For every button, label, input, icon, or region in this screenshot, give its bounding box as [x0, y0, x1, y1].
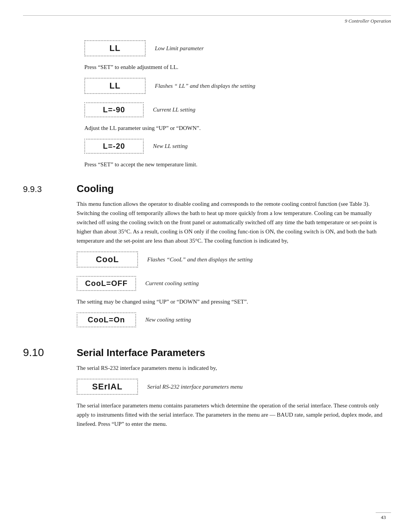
ll-display-box-4: L=-20: [84, 139, 144, 154]
section-910-content: The serial RS-232 interface parameters m…: [77, 363, 391, 429]
cool-display-row-3: CooL=On New cooling setting: [77, 310, 391, 330]
cool-display-box-1: CooL: [77, 251, 138, 268]
ll-caption-1: Low Limit parameter: [155, 45, 204, 52]
ll-display-box-1: LL: [84, 40, 146, 56]
page-number: 43: [376, 512, 391, 521]
section-910-title: Serial Interface Parameters: [77, 347, 205, 359]
ll-display-box-3: L=-90: [84, 102, 144, 117]
page-header: 9 Controller Operation: [23, 15, 391, 26]
cool-display-box-3: CooL=On: [77, 312, 136, 327]
serial-body1: The serial interface parameters menu con…: [77, 401, 391, 429]
cooling-body1: This menu function allows the operator t…: [77, 199, 391, 245]
section-993-heading: 9.9.3 Cooling: [23, 183, 391, 195]
serial-display-box-1: SErIAL: [77, 379, 138, 395]
cool-change-text: The setting may be changed using “UP” or…: [77, 297, 391, 306]
page-container: 9 Controller Operation LL Low Limit para…: [0, 0, 414, 532]
ll-display-row-4: L=-20 New LL setting: [84, 136, 368, 156]
press-set-text: Press “SET” to enable adjustment of LL.: [84, 62, 368, 72]
ll-caption-4: New LL setting: [153, 143, 188, 149]
ll-caption-2: Flashes “ LL” and then displays the sett…: [155, 83, 255, 89]
section-993-number: 9.9.3: [23, 184, 77, 194]
cool-display-row-2: CooL=OFF Current cooling setting: [77, 274, 391, 293]
cool-caption-1: Flashes “CooL” and then displays the set…: [147, 256, 253, 263]
adjust-text: Adjust the LL parameter using “UP” or “D…: [84, 123, 368, 133]
ll-section-content: LL Low Limit parameter Press “SET” to en…: [84, 38, 368, 169]
section-993-title: Cooling: [77, 183, 114, 195]
serial-caption-1: Serial RS-232 interface parameters menu: [147, 384, 243, 390]
cool-display-box-2: CooL=OFF: [77, 276, 136, 291]
header-text: 9 Controller Operation: [345, 18, 391, 24]
section-910-number: 9.10: [23, 346, 77, 359]
cool-display-row-1: CooL Flashes “CooL” and then displays th…: [77, 249, 391, 270]
section-993-content: This menu function allows the operator t…: [77, 199, 391, 330]
ll-caption-3: Current LL setting: [153, 107, 196, 113]
cool-caption-2: Current cooling setting: [145, 280, 199, 287]
ll-display-box-2: LL: [84, 78, 146, 94]
ll-display-row-3: L=-90 Current LL setting: [84, 100, 368, 120]
accept-text: Press “SET” to accept the new temperatur…: [84, 160, 368, 169]
section-910-heading: 9.10 Serial Interface Parameters: [23, 346, 391, 359]
serial-display-row-1: SErIAL Serial RS-232 interface parameter…: [77, 376, 391, 397]
cool-caption-3: New cooling setting: [145, 317, 191, 323]
ll-display-row-1: LL Low Limit parameter: [84, 38, 368, 59]
serial-intro-text: The serial RS-232 interface parameters m…: [77, 363, 391, 373]
ll-display-row-2: LL Flashes “ LL” and then displays the s…: [84, 76, 368, 96]
